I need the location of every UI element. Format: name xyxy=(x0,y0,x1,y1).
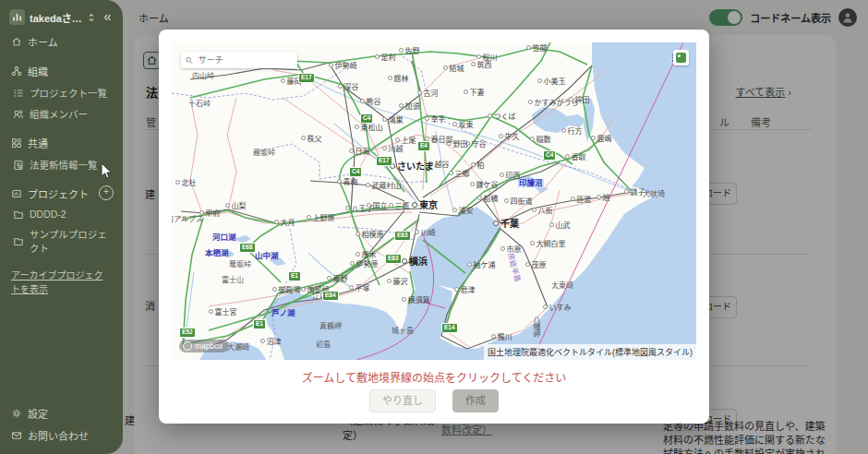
map-attribution: 国土地理院最適化ベクトルタイル(標準地図風スタイル) xyxy=(484,344,696,360)
map-place-label: 八街 xyxy=(532,208,553,215)
map-place-label: 真鶴岬 xyxy=(319,323,342,330)
map-style-button[interactable] xyxy=(673,50,689,66)
sidebar-item-list[interactable]: プロジェクト一覧 xyxy=(0,82,123,103)
map-place-label: 犬吠埼 xyxy=(643,191,665,198)
map-place-label: 加須 xyxy=(399,103,420,111)
map-place-label: 下妻 xyxy=(464,90,485,97)
sidebar-item-label: 法更新情報一覧 xyxy=(30,158,98,172)
app-logo[interactable] xyxy=(9,9,25,25)
search-input[interactable] xyxy=(197,54,293,66)
search-icon xyxy=(186,56,193,65)
map-place-label: 三鷹 xyxy=(389,203,410,210)
map-place-label: 守谷 xyxy=(465,141,487,149)
map-place-label: 八幡岬 xyxy=(532,316,539,338)
route-badge: E83 xyxy=(385,254,402,264)
sidebar-item-mail[interactable]: お問い合わせ xyxy=(0,424,123,447)
sidebar-item-label: サンプルプロジェクト xyxy=(30,227,115,255)
map-place-label: 香取 xyxy=(565,154,586,161)
map-place-label: 茂原 xyxy=(525,262,547,269)
doc-icon xyxy=(13,160,24,171)
map-water-label: 芦ノ湖 xyxy=(271,309,295,317)
route-badge: E68 xyxy=(239,243,256,253)
route-badge: E17 xyxy=(298,73,315,83)
redo-button[interactable]: やり直し xyxy=(369,389,436,412)
members-icon xyxy=(13,109,24,120)
map-place-label: 笠間 xyxy=(526,45,548,53)
sidebar-item-folder[interactable]: サンプルプロジェクト xyxy=(0,223,123,258)
map-place-label: 柏 xyxy=(471,162,485,170)
collapse-sidebar-icon[interactable] xyxy=(102,12,113,23)
sidebar-item-home[interactable]: ホーム xyxy=(0,30,123,53)
route-badge: E83 xyxy=(394,231,411,241)
map-place-label: かすみがうら xyxy=(528,100,579,107)
map-place-label: 袖ケ浦 xyxy=(467,262,496,269)
workspace-switcher-icon[interactable] xyxy=(86,12,97,23)
map-place-label: 鴻巣 xyxy=(382,117,404,125)
sidebar-item-label: 設定 xyxy=(28,406,48,421)
map-place-label: 南アルプス xyxy=(172,216,203,223)
map-place-label: 秩父 xyxy=(301,136,322,143)
map-place-label: 相模原 xyxy=(356,232,384,239)
map-place-label: 行方 xyxy=(561,128,583,136)
map-place-label: 上野原 xyxy=(307,215,335,222)
map-place-label: 古河 xyxy=(417,90,439,98)
map-place-label: 筑西 xyxy=(471,62,492,69)
sidebar-item-folder[interactable]: DDDD-2 xyxy=(0,205,123,223)
sidebar-item-members[interactable]: 組織メンバー xyxy=(0,103,123,125)
map-place-label: 沼津 xyxy=(260,339,282,346)
map-place-label: 川越 xyxy=(382,146,404,153)
map-water-label: 山中湖 xyxy=(255,252,279,260)
add-project-button[interactable]: + xyxy=(99,185,114,200)
map-place-label: 北杜 xyxy=(175,180,197,187)
map-place-label: 浦安 xyxy=(452,208,474,215)
map-place-label: 四街道 xyxy=(504,198,533,206)
sidebar-item-project[interactable]: プロジェクト+ xyxy=(0,183,123,205)
create-button[interactable]: 作成 xyxy=(452,389,499,412)
map-place-label: 大月 xyxy=(274,220,295,227)
map-place-label: 川崎 xyxy=(415,230,436,237)
map-place-label: 横須賀 xyxy=(402,297,430,305)
map-place-label: 内山峠 xyxy=(192,73,214,80)
list-icon xyxy=(13,88,24,99)
map-place-label: 三郷 xyxy=(449,171,470,178)
sidebar-item-label: プロジェクト xyxy=(28,186,89,201)
map-place-label: 小美玉 xyxy=(537,78,566,86)
map-place-label: つくば xyxy=(488,114,516,121)
map-place-label: 船橋 xyxy=(477,196,499,203)
map-place-label: 鴨川 xyxy=(491,334,512,341)
map-search[interactable] xyxy=(181,52,297,68)
map-place-label: 国立 xyxy=(367,203,388,210)
map-place-label: 結城 xyxy=(443,66,464,73)
sidebar-item-org[interactable]: 組織 xyxy=(0,60,123,82)
map-water-label: 本栖湖 xyxy=(205,249,229,257)
map-place-label: 牛久 xyxy=(499,134,520,141)
map-place-label: 東京 xyxy=(412,201,438,210)
sidebar-item-label: ホーム xyxy=(28,34,58,49)
map-place-label: 武蔵村山 xyxy=(366,183,402,190)
map-place-label: 匝瑳 xyxy=(571,197,592,204)
route-badge: C4 xyxy=(360,114,373,124)
map-place-label: 足利 xyxy=(375,54,396,62)
map-canvas[interactable]: 伊勢崎足利佐野桜川笠間結城筑西下妻小美玉鉾田かすみがうら館林古河加須幸手坂東つく… xyxy=(172,42,696,360)
sidebar-item-gear[interactable]: 設定 xyxy=(0,402,123,424)
route-badge: C4 xyxy=(543,150,556,161)
sidebar-item-label: プロジェクト一覧 xyxy=(30,86,107,100)
map-place-label: 大瀬崎 xyxy=(227,344,249,352)
map-place-label: 熊谷 xyxy=(360,99,381,106)
sidebar-item-label: 共通 xyxy=(28,136,48,150)
route-badge: E4 xyxy=(417,141,430,151)
show-archived-projects-link[interactable]: アーカイブプロジェクトを表示 xyxy=(11,268,112,295)
map-place-label: 平塚 xyxy=(349,285,370,293)
sidebar-item-grid[interactable]: 共通 xyxy=(0,132,123,154)
map-place-label: 山梨 xyxy=(225,203,247,210)
map-place-label: 伊勢原 xyxy=(350,261,379,269)
map-place-label: 伊勢崎 xyxy=(329,63,357,70)
workspace-name[interactable]: takedaさ… xyxy=(30,10,81,25)
map-water-label: 河口湖 xyxy=(212,233,236,242)
map-place-label: 旭 xyxy=(597,195,610,202)
route-badge: C4 xyxy=(349,167,362,177)
map-place-label: 藤沢 xyxy=(387,279,408,286)
sidebar-item-label: お問い合わせ xyxy=(28,428,89,443)
folder-icon xyxy=(13,209,24,220)
mail-icon xyxy=(11,430,22,441)
